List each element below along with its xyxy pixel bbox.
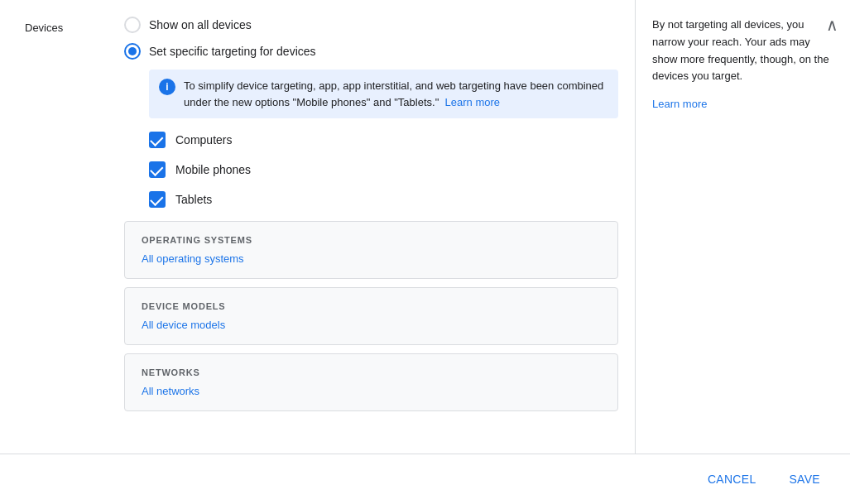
checkbox-box-tablets	[149, 191, 166, 208]
subsection-cards: OPERATING SYSTEMS All operating systems …	[124, 221, 618, 411]
section-label: Devices	[25, 17, 124, 437]
radio-label-show-all: Show on all devices	[149, 18, 252, 31]
radio-label-set-specific: Set specific targeting for devices	[149, 45, 316, 58]
subsection-device-models: DEVICE MODELS All device models	[124, 287, 618, 345]
right-panel-learn-more[interactable]: Learn more	[652, 98, 707, 110]
radio-circle-show-all	[124, 17, 141, 33]
subsection-dm-title: DEVICE MODELS	[142, 301, 601, 311]
subsection-networks-title: NETWORKS	[142, 367, 601, 377]
options-area: Show on all devices Set specific targeti…	[124, 17, 635, 437]
info-box: i To simplify device targeting, app, app…	[149, 70, 618, 118]
checkbox-computers[interactable]: Computers	[149, 132, 618, 148]
radio-group: Show on all devices Set specific targeti…	[124, 17, 618, 60]
info-text: To simplify device targeting, app, app i…	[184, 78, 608, 110]
subsection-networks-link[interactable]: All networks	[142, 385, 199, 397]
radio-set-specific[interactable]: Set specific targeting for devices	[124, 43, 618, 60]
checkbox-mobile-phones[interactable]: Mobile phones	[149, 161, 618, 178]
collapse-icon[interactable]: ∧	[826, 15, 838, 35]
checkbox-box-mobile-phones	[149, 161, 166, 178]
subsection-os-title: OPERATING SYSTEMS	[142, 235, 601, 245]
right-panel-body: By not targeting all devices, you narrow…	[652, 17, 837, 85]
checkbox-label-computers: Computers	[175, 133, 232, 146]
checkbox-tablets[interactable]: Tablets	[149, 191, 618, 208]
checkbox-label-mobile-phones: Mobile phones	[175, 163, 251, 176]
right-panel: ∧ By not targeting all devices, you narr…	[635, 0, 850, 454]
footer: CANCEL SAVE	[0, 454, 850, 504]
info-icon: i	[159, 79, 175, 95]
checkbox-group: Computers Mobile phones Tablets	[149, 132, 618, 208]
info-learn-more-link[interactable]: Learn more	[445, 96, 500, 108]
subsection-os-link[interactable]: All operating systems	[142, 252, 244, 265]
subsection-dm-link[interactable]: All device models	[142, 319, 225, 331]
save-button[interactable]: SAVE	[779, 466, 830, 492]
radio-circle-set-specific	[124, 43, 141, 60]
cancel-button[interactable]: CANCEL	[698, 466, 766, 492]
checkbox-box-computers	[149, 132, 166, 148]
radio-show-all[interactable]: Show on all devices	[124, 17, 618, 33]
info-text-content: To simplify device targeting, app, app i…	[184, 79, 603, 108]
checkbox-label-tablets: Tablets	[175, 193, 212, 206]
subsection-networks: NETWORKS All networks	[124, 353, 618, 411]
subsection-operating-systems: OPERATING SYSTEMS All operating systems	[124, 221, 618, 279]
